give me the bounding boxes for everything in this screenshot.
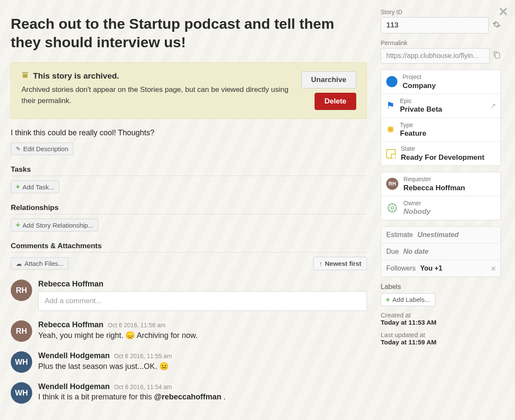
- avatar: WH: [11, 351, 32, 373]
- due-row[interactable]: Due No date: [381, 243, 500, 260]
- comment-author: Rebecca Hoffman: [38, 320, 103, 329]
- epic-row[interactable]: ⚑ Epic Private Beta ↗: [381, 94, 500, 118]
- type-value: Feature: [400, 129, 426, 138]
- owner-key: Owner: [403, 200, 430, 207]
- created-label: Created at: [381, 311, 501, 319]
- comment-composer: RH Rebecca Hoffman Add a comment...: [11, 280, 367, 311]
- avatar: RH: [386, 178, 398, 190]
- emoji-icon: 😐: [159, 362, 169, 371]
- cloud-upload-icon: ☁: [16, 260, 22, 267]
- estimate-row[interactable]: Estimate Unestimated: [381, 227, 500, 243]
- composer-author: Rebecca Hoffman: [38, 280, 367, 289]
- comment-text: I think it is a bit premature for this @…: [38, 393, 367, 402]
- sort-comments-button[interactable]: ↑ Newest first: [313, 257, 367, 270]
- comment-item: RH Rebecca Hoffman Oct 6 2016, 11:56 am …: [11, 320, 367, 342]
- archived-banner: This story is archived. Archived stories…: [11, 62, 367, 119]
- labels-heading: Labels: [381, 283, 501, 291]
- type-key: Type: [400, 122, 426, 129]
- edit-description-label: Edit Description: [23, 145, 68, 152]
- avatar: WH: [11, 382, 32, 404]
- flag-icon: ⚑: [386, 100, 395, 111]
- requester-row[interactable]: RH Requester Rebecca Hoffman: [381, 172, 500, 196]
- estimate-value: Unestimated: [418, 231, 459, 238]
- comment-input[interactable]: Add a comment...: [38, 291, 367, 311]
- attach-files-label: Attach Files...: [24, 260, 64, 267]
- state-key: State: [401, 145, 485, 153]
- project-row[interactable]: Project Company: [381, 70, 500, 94]
- delete-button[interactable]: Delete: [315, 93, 356, 110]
- comment-text: Plus the last season was just...OK. 😐: [38, 362, 367, 371]
- epic-key: Epic: [400, 97, 442, 105]
- add-labels-label: Add Labels...: [392, 296, 430, 303]
- comment-timestamp: Oct 6 2016, 11:54 am: [114, 383, 172, 390]
- followers-value: You +1: [420, 265, 442, 272]
- comment-item: WH Wendell Hodgeman Oct 6 2016, 11:54 am…: [11, 382, 367, 404]
- requester-key: Requester: [403, 176, 465, 183]
- archived-heading: This story is archived.: [33, 71, 119, 81]
- mention[interactable]: @rebeccahoffman: [154, 393, 221, 401]
- avatar: RH: [11, 320, 32, 342]
- svg-point-1: [391, 207, 394, 210]
- main-column: Reach out to the Startup podcast and tel…: [11, 9, 367, 404]
- archive-icon: [21, 71, 29, 81]
- estimate-key: Estimate: [386, 231, 413, 238]
- epic-value: Private Beta: [400, 105, 442, 114]
- created-value: Today at 11:53 AM: [381, 319, 501, 326]
- comment-timestamp: Oct 6 2016, 11:55 am: [114, 353, 172, 359]
- updated-label: Last updated at: [381, 331, 501, 338]
- add-labels-button[interactable]: + Add Labels...: [381, 293, 435, 306]
- remove-follower-icon[interactable]: ✕: [491, 264, 496, 272]
- plus-icon: +: [16, 183, 20, 191]
- state-value: Ready For Development: [401, 153, 485, 162]
- followers-row[interactable]: Followers You +1 ✕: [381, 260, 500, 277]
- comment-item: WH Wendell Hodgeman Oct 6 2016, 11:55 am…: [11, 351, 367, 373]
- attach-files-button[interactable]: ☁ Attach Files...: [11, 257, 69, 270]
- owner-row[interactable]: Owner Nobody: [381, 196, 500, 220]
- comment-author: Wendell Hodgeman: [38, 351, 110, 360]
- story-title: Reach out to the Startup podcast and tel…: [11, 15, 367, 51]
- sort-label: Newest first: [325, 260, 361, 267]
- followers-key: Followers: [386, 265, 415, 272]
- project-key: Project: [403, 73, 436, 81]
- avatar: RH: [11, 280, 32, 301]
- gear-icon[interactable]: [492, 20, 501, 31]
- add-task-button[interactable]: + Add Task...: [11, 180, 59, 193]
- state-row[interactable]: State Ready For Development: [381, 142, 500, 165]
- add-relationship-button[interactable]: + Add Story Relationship...: [11, 219, 98, 231]
- permalink-field[interactable]: https://app.clubhouse.io/flyin...: [381, 48, 490, 64]
- comment-timestamp: Oct 6 2016, 11:56 am: [108, 322, 166, 329]
- edit-description-button[interactable]: ✎ Edit Description: [11, 143, 73, 155]
- comments-heading: Comments & Attachments: [11, 242, 367, 253]
- nobody-icon: [386, 202, 398, 214]
- tasks-heading: Tasks: [11, 165, 367, 176]
- story-description: I think this could be really cool! Thoug…: [11, 128, 367, 137]
- plus-icon: +: [386, 296, 390, 304]
- owner-value: Nobody: [403, 207, 430, 216]
- sidebar: Story ID 113 Permalink https://app.clubh…: [381, 9, 501, 404]
- external-link-icon[interactable]: ↗: [491, 102, 496, 110]
- type-row[interactable]: ✸ Type Feature: [381, 118, 500, 142]
- comment-text: Yeah, you might be right. 😞 Archiving fo…: [38, 331, 367, 340]
- project-value: Company: [403, 81, 436, 90]
- story-id-field[interactable]: 113: [381, 17, 489, 33]
- story-id-label: Story ID: [381, 9, 501, 15]
- plus-icon: +: [16, 221, 20, 229]
- due-value: No date: [403, 248, 429, 255]
- updated-value: Today at 11:59 AM: [381, 338, 501, 346]
- archived-description: Archived stories don't appear on the Sto…: [21, 84, 294, 107]
- relationships-heading: Relationships: [11, 204, 367, 214]
- close-icon[interactable]: ✕: [498, 6, 508, 18]
- copy-icon[interactable]: [493, 51, 501, 61]
- add-task-label: Add Task...: [22, 183, 54, 191]
- permalink-label: Permalink: [381, 40, 501, 46]
- unarchive-button[interactable]: Unarchive: [301, 71, 356, 88]
- comment-author: Wendell Hodgeman: [38, 382, 110, 391]
- due-key: Due: [386, 248, 399, 255]
- arrow-up-icon: ↑: [319, 260, 322, 267]
- star-icon: ✸: [386, 124, 395, 136]
- note-icon: [386, 149, 396, 158]
- project-icon: [386, 76, 397, 87]
- requester-value: Rebecca Hoffman: [403, 183, 465, 192]
- pencil-icon: ✎: [16, 146, 21, 152]
- add-relationship-label: Add Story Relationship...: [22, 222, 93, 229]
